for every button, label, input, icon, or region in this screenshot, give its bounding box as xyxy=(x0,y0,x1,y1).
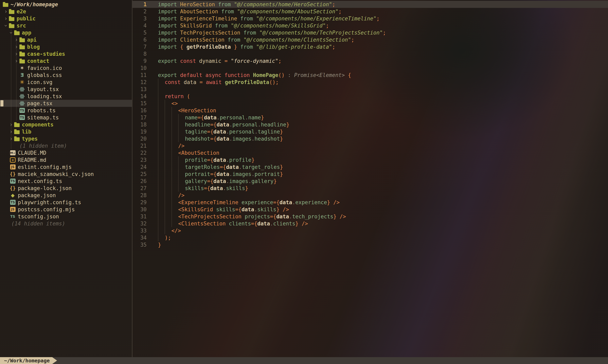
code-line-4[interactable]: 4import SkillsGrid from "@/components/ho… xyxy=(133,22,608,29)
code-line-35[interactable]: 35} xyxy=(133,241,608,248)
code-line-3[interactable]: 3import ExperienceTimeline from "@/compo… xyxy=(133,15,608,22)
folder-icon xyxy=(9,9,14,14)
code-line-28[interactable]: 28/> xyxy=(133,192,608,199)
code-token: ={ xyxy=(207,178,213,184)
tree-item-readme.md[interactable]: ≡README.md xyxy=(0,156,132,163)
tree-item-claude.md[interactable]: M↓CLAUDE.MD xyxy=(0,149,132,156)
code-line-30[interactable]: 30<SkillsGrid skills={data.skills} /> xyxy=(133,206,608,213)
folder-icon xyxy=(19,51,25,57)
tree-item-eslint.config.mjs[interactable]: JSeslint.config.mjs xyxy=(0,163,132,170)
tree-item-next.config.ts[interactable]: TSnext.config.ts xyxy=(0,178,132,185)
code-line-17[interactable]: 17name={data.personal.name} xyxy=(133,114,608,121)
indent-guide xyxy=(165,213,171,220)
code-line-15[interactable]: 15<> xyxy=(133,100,608,107)
tree-item-sitemap.ts[interactable]: TSsitemap.ts xyxy=(0,114,132,121)
indent-guide xyxy=(158,149,165,156)
tree-item-e2e[interactable]: ›e2e xyxy=(0,8,132,15)
indent-guide xyxy=(178,114,185,121)
tree-item-api[interactable]: ›api xyxy=(0,36,132,43)
indent-guide xyxy=(171,185,178,192)
code-line-32[interactable]: 32<ClientsSection clients={data.clients}… xyxy=(133,220,608,227)
code-token: TechProjectsSection xyxy=(180,30,244,36)
react-icon xyxy=(19,100,25,106)
code-line-13[interactable]: 13 xyxy=(133,86,608,93)
code-line-10[interactable]: 10 xyxy=(133,65,608,72)
tree-item-tsconfig.json[interactable]: TStsconfig.json xyxy=(0,213,132,220)
code-line-25[interactable]: 25portrait={data.images.portrait} xyxy=(133,170,608,178)
code-line-26[interactable]: 26gallery={data.images.gallery} xyxy=(133,178,608,185)
code-token: ); xyxy=(165,235,171,241)
code-token: } /> xyxy=(327,199,340,206)
tree-item-label: (14 hidden items) xyxy=(11,221,65,227)
code-line-5[interactable]: 5import TechProjectsSection from "@/comp… xyxy=(133,29,608,36)
code-line-11[interactable]: 11export default async function HomePage… xyxy=(133,72,608,78)
code-line-6[interactable]: 6import ClientsSection from "@/component… xyxy=(133,36,608,43)
code-text: </> xyxy=(158,227,181,234)
tree-item-favicon.ico[interactable]: ✶favicon.ico xyxy=(0,65,132,72)
code-token: import xyxy=(158,23,180,29)
tree-item-playwright.config.ts[interactable]: TSplaywright.config.ts xyxy=(0,199,132,206)
code-token: { xyxy=(345,72,351,78)
code-line-14[interactable]: 14return ( xyxy=(133,93,608,100)
code-line-8[interactable]: 8 xyxy=(133,50,608,57)
tree-item-robots.ts[interactable]: TSrobots.ts xyxy=(0,107,132,114)
code-line-29[interactable]: 29<ExperienceTimeline experience={data.e… xyxy=(133,199,608,206)
chevron-down-icon[interactable]: › xyxy=(3,23,9,28)
tree-item-lib[interactable]: ›lib xyxy=(0,128,132,135)
tree-item-public[interactable]: ›public xyxy=(0,15,132,22)
code-line-2[interactable]: 2import AboutSection from "@/components/… xyxy=(133,8,608,15)
code-text: <TechProjectsSection projects={data.tech… xyxy=(158,213,346,220)
tree-item-contact[interactable]: ›contact xyxy=(0,57,132,65)
code-text: export const dynamic = "force-dynamic"; xyxy=(158,57,282,65)
tree-item-workhomepage[interactable]: ~/Work/homepage xyxy=(0,1,132,8)
tree-item-label: loading.tsx xyxy=(27,93,62,99)
tree-item-globals.css[interactable]: Ǝglobals.css xyxy=(0,72,132,78)
code-line-7[interactable]: 7import { getProfileData } from "@/lib/g… xyxy=(133,43,608,50)
code-line-16[interactable]: 16<HeroSection xyxy=(133,107,608,114)
code-text: name={data.personal.name} xyxy=(158,114,264,121)
code-line-22[interactable]: 22<AboutSection xyxy=(133,149,608,156)
line-number: 18 xyxy=(133,122,147,128)
code-line-27[interactable]: 27skills={data.skills} xyxy=(133,185,608,192)
code-token: ={ xyxy=(204,185,210,191)
code-line-23[interactable]: 23profile={data.profile} xyxy=(133,156,608,163)
tree-item-loading.tsx[interactable]: loading.tsx xyxy=(0,93,132,100)
tree-item-case-studies[interactable]: ›case-studies xyxy=(0,50,132,57)
chevron-right-icon[interactable]: › xyxy=(3,9,9,14)
code-line-18[interactable]: 18headline={data.personal.headline} xyxy=(133,121,608,128)
tree-item-maciek_szamowski_cv.json[interactable]: {}maciek_szamowski_cv.json xyxy=(0,170,132,178)
indent-guide xyxy=(165,142,171,149)
tree-item-page.tsx[interactable]: page.tsx xyxy=(0,100,132,107)
code-line-20[interactable]: 20headshot={data.images.headshot} xyxy=(133,135,608,142)
tree-item-blog[interactable]: ›blog xyxy=(0,43,132,50)
code-line-34[interactable]: 34); xyxy=(133,234,608,241)
code-token: skills xyxy=(185,185,204,191)
line-number: 34 xyxy=(133,235,147,241)
tree-item-types[interactable]: ›types xyxy=(0,135,132,142)
code-line-33[interactable]: 33</> xyxy=(133,227,608,234)
code-line-24[interactable]: 24targetRoles={data.target_roles} xyxy=(133,163,608,170)
indent-guide xyxy=(171,206,178,213)
tree-item-icon.svg[interactable]: ✳icon.svg xyxy=(0,78,132,86)
code-line-19[interactable]: 19tagline={data.personal.tagline} xyxy=(133,128,608,135)
tree-item-app[interactable]: ›app xyxy=(0,29,132,36)
chevron-right-icon[interactable]: › xyxy=(3,16,9,21)
tree-item-components[interactable]: ›components xyxy=(0,121,132,128)
tree-item-postcss.config.mjs[interactable]: JSpostcss.config.mjs xyxy=(0,206,132,213)
readme-icon: ≡ xyxy=(10,157,16,163)
tree-item-layout.tsx[interactable]: layout.tsx xyxy=(0,86,132,93)
code-line-21[interactable]: 21/> xyxy=(133,142,608,149)
tree-item-package-lock.json[interactable]: {}package-lock.json xyxy=(0,185,132,192)
indent-guide xyxy=(158,220,165,227)
tree-item-package.json[interactable]: ◆package.json xyxy=(0,192,132,199)
indent-guide xyxy=(171,107,178,114)
code-line-12[interactable]: 12const data = await getProfileData(); xyxy=(133,78,608,86)
code-line-1[interactable]: 1import HeroSection from "@/components/h… xyxy=(133,1,608,8)
code-line-9[interactable]: 9export const dynamic = "force-dynamic"; xyxy=(133,57,608,65)
code-line-31[interactable]: 31<TechProjectsSection projects={data.te… xyxy=(133,213,608,220)
file-tree: ~/Work/homepage›e2e›public›src›app›api›b… xyxy=(0,0,132,227)
tree-item-src[interactable]: ›src xyxy=(0,22,132,29)
code-token: } xyxy=(274,178,277,184)
code-token: name xyxy=(185,115,198,121)
line-number: 5 xyxy=(133,30,147,36)
